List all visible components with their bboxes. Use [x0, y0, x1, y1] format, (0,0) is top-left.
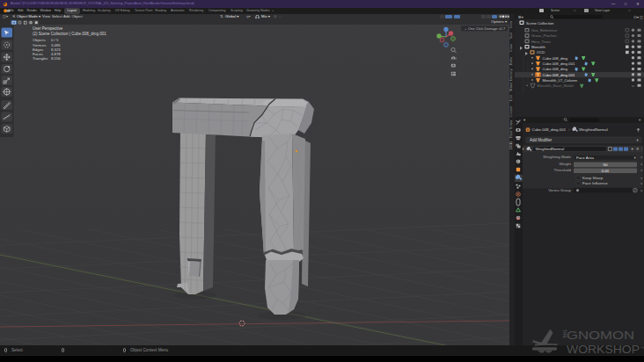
- svg-text:Cube.008_dmg: Cube.008_dmg: [543, 67, 568, 71]
- svg-text:Monolith_Base_Model: Monolith_Base_Model: [538, 83, 574, 88]
- svg-text:Weighting Mode: Weighting Mode: [543, 155, 571, 159]
- svg-text:Keep Sharp: Keep Sharp: [582, 176, 604, 180]
- svg-text:TM: TM: [640, 346, 644, 350]
- svg-text:WeightedNormal: WeightedNormal: [536, 147, 565, 151]
- svg-text:OCD: OCD: [537, 50, 545, 54]
- svg-text:WeightedNormal: WeightedNormal: [579, 127, 608, 132]
- svg-text:50: 50: [604, 163, 608, 167]
- svg-text:Gus_Reference: Gus_Reference: [531, 28, 558, 33]
- svg-text:▸: ▸: [641, 182, 643, 186]
- svg-text:(2) Scene Collection | Cube.00: (2) Scene Collection | Cube.008_dmg.001: [33, 33, 106, 37]
- svg-text:⌄ One Click Damage v1.7: ⌄ One Click Damage v1.7: [465, 26, 506, 31]
- svg-text:Threshold: Threshold: [553, 168, 571, 172]
- svg-text:Triangles: Triangles: [33, 56, 48, 61]
- svg-text:Cube.008_dmg.001: Cube.008_dmg.001: [543, 73, 575, 77]
- svg-text:▸: ▸: [641, 188, 643, 192]
- svg-text:Cube.008_dmg.001: Cube.008_dmg.001: [532, 127, 567, 132]
- svg-text:⋮: ⋮: [640, 147, 644, 151]
- svg-text:0.01: 0.01: [602, 169, 610, 173]
- svg-text:WORKSHOP: WORKSHOP: [567, 343, 640, 356]
- svg-text:THE: THE: [562, 329, 567, 338]
- svg-text:Grass_Patches: Grass_Patches: [531, 33, 557, 38]
- svg-text:8,556: 8,556: [51, 56, 61, 61]
- svg-text:▸: ▸: [641, 168, 643, 172]
- svg-text:Face Influence: Face Influence: [582, 182, 608, 186]
- svg-text:Face Area: Face Area: [576, 156, 595, 160]
- svg-text:Scene Collection: Scene Collection: [526, 21, 554, 25]
- svg-text:GNOMON: GNOMON: [567, 329, 634, 342]
- svg-text:✕: ✕: [636, 148, 640, 152]
- svg-text:▸: ▸: [641, 163, 643, 167]
- svg-text:Weight: Weight: [559, 163, 571, 167]
- svg-text:Add Modifier: Add Modifier: [530, 138, 553, 142]
- svg-text:Monolith_LT_Column: Monolith_LT_Column: [543, 78, 578, 83]
- svg-text:▸: ▸: [641, 176, 643, 180]
- svg-text:Vertex Group: Vertex Group: [548, 188, 571, 192]
- svg-text:Hero_Trees: Hero_Trees: [531, 40, 551, 44]
- svg-text:Monolith: Monolith: [531, 45, 545, 49]
- svg-text:▸: ▸: [641, 155, 643, 159]
- svg-text:Cube.008_dmg.001: Cube.008_dmg.001: [543, 62, 575, 66]
- svg-text:Cube.008_dmg: Cube.008_dmg: [543, 56, 568, 61]
- svg-text:User Perspective: User Perspective: [33, 26, 63, 31]
